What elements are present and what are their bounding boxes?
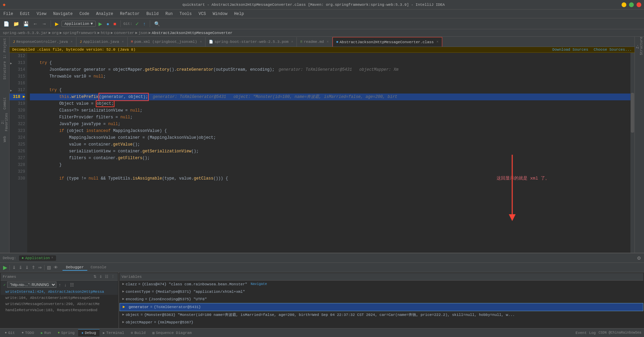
tab-responsecontroller[interactable]: J ResponseController.java × — [10, 37, 76, 47]
build-button[interactable]: ▶ — [54, 20, 60, 27]
step-out-button[interactable]: ⇑ — [31, 265, 36, 270]
step-into-button[interactable]: ⇓ — [18, 265, 23, 270]
menu-edit[interactable]: Edit — [17, 10, 33, 18]
frames-filter-button[interactable]: ☷ — [104, 274, 109, 279]
bottom-tab-debug[interactable]: ● Debug — [78, 329, 100, 336]
menu-code[interactable]: Code — [76, 10, 93, 18]
bottom-tab-terminal[interactable]: ▶ Terminal — [100, 330, 128, 336]
tab-debugger[interactable]: Debugger — [62, 265, 87, 271]
breadcrumb-part-4[interactable]: converter — [114, 31, 134, 35]
sidebar-structure-icon[interactable]: Structure — [1, 62, 8, 79]
tab-close-icon-5[interactable]: × — [327, 40, 329, 44]
menu-view[interactable]: View — [33, 10, 50, 18]
new-file-button[interactable]: 📄 — [2, 20, 11, 27]
git-commit-button[interactable]: ✓ — [134, 20, 141, 27]
frame-item-3[interactable]: writeWithMessageConverters:290, Abstract… — [1, 301, 118, 307]
breadcrumb-part-1[interactable]: org — [52, 31, 59, 35]
frame-item-1[interactable]: writeInternal:424, AbstractJackson2HttpM… — [1, 289, 118, 295]
breadcrumb-current[interactable]: AbstractJackson2HttpMessageConverter — [152, 31, 233, 35]
frames-more-button[interactable]: ⋮ — [110, 274, 116, 279]
frame-item-2[interactable]: write:104, AbstractGenericHttpMessageCon… — [1, 295, 118, 301]
menu-run[interactable]: Run — [162, 10, 176, 18]
thread-selector[interactable]: "http-nio-...": RUNNING — [7, 282, 56, 288]
step-over-button[interactable]: ⇓ — [11, 265, 17, 270]
close-button[interactable] — [637, 2, 641, 7]
menu-vcs[interactable]: VCS — [195, 10, 210, 18]
vertical-scrollbar[interactable] — [630, 53, 634, 253]
bottom-tab-todo[interactable]: ● TODO — [18, 330, 37, 336]
stop-button[interactable]: ■ — [112, 20, 118, 27]
breadcrumb-part-0[interactable]: spring-web-5.3.9.jar — [3, 31, 48, 35]
watch-button[interactable]: 👁 — [53, 265, 59, 270]
tab-pomxml[interactable]: M pom.xml (springboot_jsonxml) × — [128, 37, 206, 47]
download-sources-link[interactable]: Download Sources — [552, 48, 588, 52]
debug-session-close[interactable]: × — [51, 256, 53, 260]
open-button[interactable]: 📁 — [12, 20, 20, 27]
bottom-tab-sequence[interactable]: ▨ Sequence Diagram — [149, 330, 195, 336]
var-row-encoding[interactable]: ► encoding = {JsonEncoding@5375} "UTF8" — [120, 296, 643, 303]
right-tab-zstructure[interactable]: Z-Structure — [636, 38, 643, 55]
debug-settings-button[interactable]: ⚙ — [637, 255, 641, 261]
thread-down-button[interactable]: ↓ — [63, 282, 68, 288]
menu-window[interactable]: Window — [209, 10, 231, 18]
tab-close-icon[interactable]: × — [71, 40, 73, 44]
run-button[interactable]: ▶ — [97, 20, 104, 27]
git-push-button[interactable]: ↑ — [142, 20, 147, 27]
search-button[interactable]: 🔍 — [153, 20, 161, 27]
debug-session-tab[interactable]: ● Application × — [19, 255, 56, 261]
tab-close-icon-2[interactable]: × — [122, 40, 124, 44]
var-row-object[interactable]: ► object = {Monster@5363} "Monster(id=10… — [120, 311, 643, 319]
menu-tools[interactable]: Tools — [176, 10, 195, 18]
tab-close-icon-6[interactable]: × — [436, 40, 439, 44]
sidebar-commit-icon[interactable]: Commit — [1, 97, 8, 110]
run-to-cursor-button[interactable]: ⇒ — [37, 265, 43, 270]
breadcrumb-part-5[interactable]: json — [139, 31, 147, 35]
var-row-contenttype[interactable]: ► contentType = {MediaType@5371} "applic… — [120, 288, 643, 296]
breadcrumb-part-2[interactable]: springframework — [63, 31, 96, 35]
tab-springbootpom[interactable]: 📄 spring-boot-starter-web-2.5.3.pom × — [205, 37, 297, 47]
menu-build[interactable]: Build — [143, 10, 162, 18]
frames-export-button[interactable]: ⇅ — [92, 274, 97, 279]
code-editor[interactable]: 312 313 ▶ 314 315 316 317 ▶ 318 ► 319 32… — [10, 53, 634, 253]
thread-up-button[interactable]: ↑ — [58, 282, 62, 288]
bottom-tab-run[interactable]: ▶ Run — [37, 330, 54, 336]
code-content[interactable]: try { JsonGenerator generator = objectMa… — [27, 53, 634, 253]
var-row-clazz[interactable]: ► clazz = {Class@474} "class com.rainbow… — [120, 281, 643, 288]
run-configuration[interactable]: Application ▼ — [61, 21, 96, 27]
forward-button[interactable]: → — [40, 20, 48, 27]
menu-help[interactable]: Help — [231, 10, 247, 18]
sidebar-favorites-icon[interactable]: 2: Favorites — [1, 114, 8, 131]
scrollbar-thumb[interactable] — [631, 93, 634, 133]
back-button[interactable]: ← — [32, 20, 39, 27]
sidebar-web-icon[interactable]: Web — [1, 134, 8, 144]
tab-close-icon-4[interactable]: × — [291, 40, 293, 44]
menu-refactor[interactable]: Refactor — [117, 10, 143, 18]
tab-abstractjackson[interactable]: ■ AbstractJackson2HttpMessageConverter.c… — [333, 37, 442, 47]
frames-copy-button[interactable]: ⇓ — [98, 274, 103, 279]
breadcrumb-part-3[interactable]: http — [101, 31, 110, 35]
var-row-generator[interactable]: ► generator = {ToXmlGenerator@5431} — [120, 303, 643, 311]
evaluate-button[interactable]: ▧ — [46, 265, 52, 270]
var-row-objectmapper[interactable]: ► objectMapper = {XmlMapper@5367} — [120, 319, 643, 326]
sidebar-project-icon[interactable]: 1: Project — [1, 38, 8, 58]
bottom-tab-spring[interactable]: ♦ Spring — [54, 330, 78, 336]
frame-item-0[interactable]: ✓ "http-nio-...": RUNNING ↑ ↓ ☷ — [1, 281, 118, 289]
expand-icon-generator[interactable]: ► — [123, 304, 125, 310]
menu-analyze[interactable]: Analyze — [93, 10, 117, 18]
menu-navigate[interactable]: Navigate — [50, 10, 76, 18]
tab-application[interactable]: J Application.java × — [76, 37, 128, 47]
tab-close-icon-3[interactable]: × — [200, 40, 202, 44]
event-log[interactable]: Event Log — [576, 331, 598, 335]
force-step-into-button[interactable]: ⇓ — [24, 265, 30, 270]
debug-button[interactable]: ● — [105, 20, 110, 27]
maximize-button[interactable] — [629, 2, 634, 7]
choose-sources-link[interactable]: Choose Sources... — [594, 48, 632, 52]
minimize-button[interactable] — [622, 2, 626, 7]
tab-readme[interactable]: R readme.md × — [297, 37, 332, 47]
navigate-link-clazz[interactable]: Navigate — [251, 281, 267, 287]
frame-item-4[interactable]: handleReturnValue:183, RequestResponseBo… — [1, 307, 118, 313]
resume-button[interactable]: ▶ — [2, 264, 8, 271]
bottom-tab-build[interactable]: ⚙ Build — [128, 330, 149, 336]
bottom-tab-git[interactable]: ● Git — [1, 330, 18, 336]
tab-console[interactable]: Console — [87, 265, 110, 271]
